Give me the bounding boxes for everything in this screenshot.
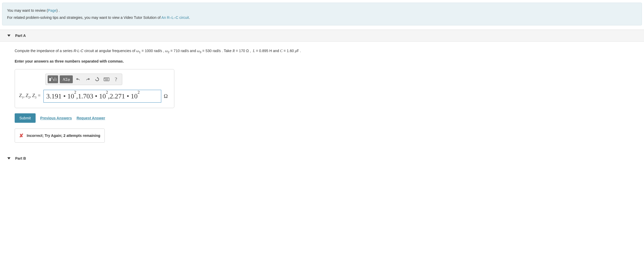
- redo-icon: [85, 77, 90, 81]
- svg-rect-1: [104, 78, 105, 79]
- review-page-link[interactable]: Page: [48, 8, 57, 13]
- sqrt-icon: √: [53, 77, 55, 82]
- chevron-down-icon: [7, 157, 10, 159]
- keyboard-button[interactable]: [103, 75, 110, 83]
- frac-icon: ▯: [51, 76, 53, 79]
- answer-input-row: Z1, Z2, Z3 = 3.191 • 102,1.703 • 102,2.2…: [19, 90, 170, 103]
- review-line-1: You may want to review (Page) .: [7, 7, 637, 14]
- variable-label: Z1, Z2, Z3 =: [19, 93, 41, 99]
- review-text: ) .: [57, 8, 60, 13]
- chevron-down-icon: [7, 35, 10, 37]
- part-a-body: Compute the impedance of a series R-L-C …: [0, 42, 644, 148]
- reset-button[interactable]: [93, 75, 101, 83]
- symbols-button[interactable]: ΑΣφ: [60, 75, 73, 83]
- review-text: .: [189, 15, 190, 20]
- rect-icon: ▮: [49, 77, 51, 82]
- previous-answers-link[interactable]: Previous Answers: [40, 116, 72, 120]
- answer-instruction: Enter your answers as three numbers sepa…: [15, 59, 629, 63]
- box-icon: ▯: [55, 78, 57, 81]
- svg-rect-3: [106, 78, 107, 79]
- answer-input[interactable]: 3.191 • 102,1.703 • 102,2.271 • 102: [43, 90, 161, 103]
- answer-area: ▮▯√▯ ΑΣφ ? Z1, Z2, Z3 = 3.191 • 102,1.70…: [15, 69, 174, 108]
- equation-toolbar: ▮▯√▯ ΑΣφ ?: [45, 74, 122, 85]
- question-text: Compute the impedance of a series R-L-C …: [15, 47, 629, 55]
- svg-rect-2: [105, 78, 106, 79]
- incorrect-x-icon: ✘: [19, 132, 24, 139]
- unit-label: Ω: [164, 93, 168, 99]
- redo-button[interactable]: [84, 75, 92, 83]
- review-text: You may want to review (: [7, 8, 48, 13]
- part-b-title: Part B: [15, 156, 26, 160]
- feedback-box: ✘ Incorrect; Try Again; 2 attempts remai…: [15, 129, 105, 143]
- video-tutor-link[interactable]: An R–L–C circuit: [162, 15, 189, 20]
- review-line-2: For related problem-solving tips and str…: [7, 14, 637, 21]
- feedback-text: Incorrect; Try Again; 2 attempts remaini…: [27, 133, 100, 138]
- keyboard-icon: [104, 77, 109, 81]
- undo-icon: [76, 77, 81, 81]
- submit-button[interactable]: Submit: [15, 113, 36, 123]
- part-a-header[interactable]: Part A: [0, 30, 644, 42]
- help-button[interactable]: ?: [112, 75, 120, 83]
- part-b-header[interactable]: Part B: [0, 153, 644, 162]
- button-row: Submit Previous Answers Request Answer: [15, 113, 629, 123]
- svg-rect-6: [105, 80, 108, 80]
- review-text: For related problem-solving tips and str…: [7, 15, 162, 20]
- undo-button[interactable]: [74, 75, 82, 83]
- reset-icon: [95, 77, 99, 82]
- request-answer-link[interactable]: Request Answer: [76, 116, 105, 120]
- svg-rect-4: [107, 78, 107, 79]
- svg-rect-5: [108, 78, 108, 79]
- svg-rect-0: [104, 78, 109, 81]
- templates-button[interactable]: ▮▯√▯: [48, 75, 58, 83]
- review-hints-box: You may want to review (Page) . For rela…: [2, 3, 642, 25]
- part-a-title: Part A: [15, 34, 26, 38]
